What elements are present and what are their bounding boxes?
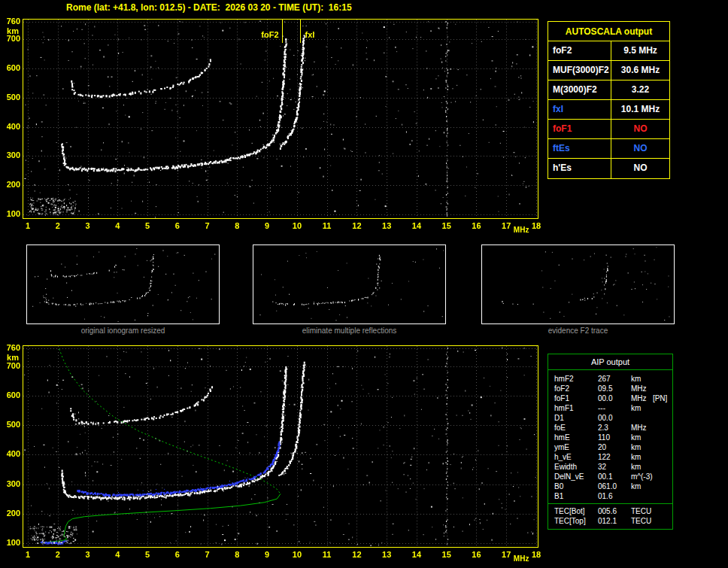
aip-param-unit: km	[631, 462, 672, 472]
autoscala-param-value: NO	[611, 159, 669, 178]
autoscala-param-value: NO	[611, 120, 669, 138]
aip-row: TEC[Top]012.1TECU	[548, 516, 672, 526]
aip-param-name: TEC[Bot]	[554, 506, 598, 516]
autoscala-param-label: foF1	[548, 120, 611, 138]
aip-row: foF209.5MHz	[548, 384, 672, 393]
aip-param-unit	[631, 413, 672, 423]
aip-param-name: hmF1	[554, 403, 598, 413]
aip-param-unit	[631, 491, 672, 501]
thumbnail-caption-original: original ionogram resized	[26, 327, 220, 335]
aip-param-value: 122	[598, 452, 631, 462]
thumbnail-original-canvas	[27, 245, 219, 323]
aip-tec-rows: TEC[Bot]005.6TECUTEC[Top]012.1TECU	[548, 506, 672, 526]
aip-param-value: 09.5	[598, 384, 631, 393]
aip-param-value: 2.3	[598, 423, 631, 433]
aip-row: Ewidth32km	[548, 462, 672, 472]
thumbnail-multiples-canvas	[253, 245, 445, 323]
aip-param-unit: MHz [PN]	[631, 393, 672, 403]
aip-param-value: 00.0	[598, 393, 631, 403]
aip-param-unit: km	[631, 442, 672, 452]
autoscala-param-label: foF2	[548, 41, 611, 60]
aip-param-unit: MHz	[631, 384, 672, 393]
autoscala-param-value: 30.6 MHz	[611, 61, 669, 80]
aip-param-name: DelN_vE	[554, 472, 598, 481]
autoscala-param-label: fxI	[548, 100, 611, 119]
thumbnail-caption-multiples: eliminate multiple reflections	[253, 327, 446, 335]
aip-param-value: 267	[598, 374, 631, 384]
aip-row: foE2.3MHz	[548, 423, 672, 433]
aip-param-name: h_vE	[554, 452, 598, 462]
autoscala-param-label: h'Es	[548, 159, 611, 178]
aip-param-value: 00.0	[598, 413, 631, 423]
autoscala-header: AUTOSCALA output	[548, 22, 669, 41]
aip-param-unit: km	[631, 481, 672, 491]
aip-row: hmF2267km	[548, 374, 672, 384]
aip-param-name: foF2	[554, 384, 598, 393]
thumbnail-f2-canvas	[482, 245, 674, 323]
aip-row: foF100.0MHz [PN]	[548, 393, 672, 403]
aip-param-name: B0	[554, 481, 598, 491]
aip-param-unit: TECU	[631, 516, 672, 526]
aip-param-name: B1	[554, 491, 598, 501]
thumbnail-multiple-reflections	[253, 245, 446, 324]
aip-param-unit: TECU	[631, 506, 672, 516]
thumbnail-original-ionogram	[26, 245, 220, 324]
autoscala-row: M(3000)F23.22	[548, 80, 669, 100]
aip-table: AIP output hmF2267kmfoF209.5MHzfoF100.0M…	[548, 354, 673, 530]
autoscala-param-label: ftEs	[548, 139, 611, 158]
aip-param-name: Ewidth	[554, 462, 598, 472]
aip-param-name: hmE	[554, 433, 598, 442]
aip-param-value: 110	[598, 433, 631, 442]
autoscala-param-value: 3.22	[611, 80, 669, 99]
autoscala-row: h'EsNO	[548, 159, 669, 178]
aip-row: DelN_vE00.1m^(-3)	[548, 472, 672, 481]
aip-param-unit: km	[631, 452, 672, 462]
autoscala-param-label: MUF(3000)F2	[548, 61, 611, 80]
autoscala-param-value: NO	[611, 139, 669, 158]
aip-param-name: ymE	[554, 442, 598, 452]
autoscala-table: AUTOSCALA output foF29.5 MHzMUF(3000)F23…	[548, 21, 670, 179]
aip-param-value: 061.0	[598, 481, 631, 491]
aip-row: TEC[Bot]005.6TECU	[548, 506, 672, 516]
aip-row: hmE110km	[548, 433, 672, 442]
aip-param-unit: MHz	[631, 423, 672, 433]
autoscala-row: foF29.5 MHz	[548, 41, 669, 61]
aip-param-unit: km	[631, 403, 672, 413]
aip-param-name: foE	[554, 423, 598, 433]
aip-param-name: D1	[554, 413, 598, 423]
aip-row: B0061.0km	[548, 481, 672, 491]
aip-param-unit: m^(-3)	[631, 472, 672, 481]
autoscala-rows: foF29.5 MHzMUF(3000)F230.6 MHzM(3000)F23…	[548, 41, 669, 178]
aip-param-value: 32	[598, 462, 631, 472]
autoscala-ionogram-plot	[0, 0, 543, 235]
aip-param-value: 01.6	[598, 491, 631, 501]
aip-row: D100.0	[548, 413, 672, 423]
ionogram-screen: Rome (lat: +41.8, lon: 012.5) - DATE: 20…	[0, 0, 728, 568]
thumbnail-f2-evidence	[481, 245, 675, 324]
aip-row: ymE20km	[548, 442, 672, 452]
aip-param-name: foF1	[554, 393, 598, 403]
aip-row: h_vE122km	[548, 452, 672, 462]
aip-param-value: ---	[598, 403, 631, 413]
autoscala-row: fxI10.1 MHz	[548, 100, 669, 120]
aip-param-value: 005.6	[598, 506, 631, 516]
autoscala-param-label: M(3000)F2	[548, 80, 611, 99]
aip-row: hmF1---km	[548, 403, 672, 413]
aip-tec-separator	[548, 503, 672, 504]
aip-param-name: hmF2	[554, 374, 598, 384]
autoscala-row: foF1NO	[548, 120, 669, 139]
autoscala-row: ftEsNO	[548, 139, 669, 159]
aip-header: AIP output	[548, 354, 672, 370]
aip-row: B101.6	[548, 491, 672, 501]
aip-param-value: 012.1	[598, 516, 631, 526]
thumbnail-caption-f2: evidence F2 trace	[481, 327, 675, 335]
aip-param-value: 20	[598, 442, 631, 452]
autoscala-param-value: 10.1 MHz	[611, 100, 669, 119]
autoscala-row: MUF(3000)F230.6 MHz	[548, 61, 669, 80]
aip-param-name: TEC[Top]	[554, 516, 598, 526]
aip-param-unit: km	[631, 374, 672, 384]
aip-ionogram-plot	[0, 342, 543, 567]
aip-param-value: 00.1	[598, 472, 631, 481]
aip-rows: hmF2267kmfoF209.5MHzfoF100.0MHz [PN]hmF1…	[548, 374, 672, 501]
autoscala-param-value: 9.5 MHz	[611, 41, 669, 60]
